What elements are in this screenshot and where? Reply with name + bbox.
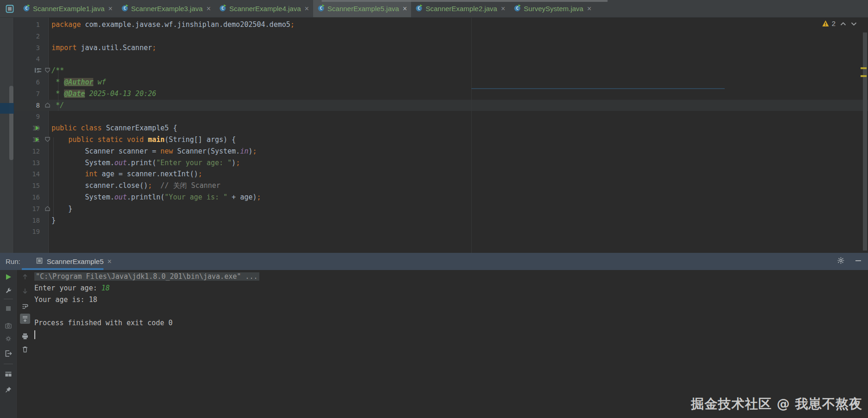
run-tab-label: ScannerExample5 (47, 257, 104, 265)
warning-count: 2 (832, 19, 836, 27)
line-number: 3 (14, 42, 40, 54)
prev-warning-button[interactable] (840, 19, 846, 27)
console-line: Your age is: 18 (34, 294, 868, 306)
code-line: * @Author wf (51, 77, 106, 88)
exit-button[interactable] (3, 348, 13, 359)
line-number: 9 (14, 111, 40, 122)
clear-all-button[interactable] (20, 344, 30, 354)
code-editor[interactable]: 1package com.example.javase.wf.jinshipla… (14, 18, 868, 253)
line-number: 4 (14, 53, 40, 65)
close-icon[interactable]: × (403, 5, 407, 13)
tab-label: ScannerExample4.java (229, 5, 301, 13)
editor-scrollbar[interactable] (862, 18, 868, 253)
line-number: 13 (14, 157, 40, 169)
code-line: int age = scanner.nextInt(); (51, 168, 202, 180)
editor-tab-bar: CScannerExample1.java×CScannerExample3.j… (0, 0, 868, 18)
next-warning-button[interactable] (851, 19, 857, 27)
fold-close-icon[interactable] (45, 206, 51, 212)
gutter-comment-icon[interactable] (34, 67, 42, 73)
run-console-icon (36, 257, 43, 266)
tab-label: ScannerExample2.java (425, 5, 497, 13)
editor-tab[interactable]: CScannerExample5.java× (313, 0, 411, 17)
run-toolwindow-header: Run: ScannerExample5 × (0, 253, 868, 270)
rerun-button[interactable] (3, 272, 13, 282)
tab-label: SurveySystem.java (524, 5, 583, 13)
fold-open-icon[interactable] (45, 67, 51, 73)
run-gutter-icon[interactable] (34, 125, 40, 131)
fold-close-icon[interactable] (45, 102, 51, 108)
scroll-to-end-button[interactable] (20, 314, 30, 324)
close-icon[interactable]: × (501, 5, 505, 13)
print-button[interactable] (20, 331, 30, 341)
code-line: public static void main(String[] args) { (51, 134, 236, 146)
settings-gear-icon[interactable] (837, 257, 845, 266)
tab-label: ScannerExample1.java (33, 5, 104, 13)
svg-text:C: C (25, 6, 27, 11)
run-tab[interactable]: ScannerExample5 × (33, 253, 115, 270)
code-line: } (51, 215, 56, 226)
code-line: System.out.print("Enter your age: "); (51, 157, 240, 169)
line-number: 19 (14, 226, 40, 238)
close-icon[interactable]: × (108, 5, 112, 13)
toolbar-divider (4, 364, 13, 364)
down-stacktrace-button[interactable] (20, 286, 30, 296)
line-number: 8 (14, 100, 40, 111)
tab-label: ScannerExample5.java (328, 5, 399, 13)
dump-camera-button[interactable] (3, 321, 13, 331)
close-icon[interactable]: × (587, 5, 591, 13)
fold-open-icon[interactable] (45, 136, 51, 142)
coverage-gear-button[interactable] (3, 334, 13, 344)
editor-tab[interactable]: CSurveySystem.java× (509, 0, 596, 17)
code-line: */ (51, 100, 64, 111)
line-number: 14 (14, 168, 40, 180)
soft-wrap-button[interactable] (20, 301, 30, 311)
line-number: 16 (14, 192, 40, 203)
up-stacktrace-button[interactable] (20, 272, 30, 282)
project-scrollbar-thumb[interactable] (9, 86, 13, 160)
restore-layout-button[interactable] (3, 368, 13, 379)
console-line: Process finished with exit code 0 (34, 317, 868, 329)
editor-tab[interactable]: CScannerExample4.java× (215, 0, 313, 17)
editor-tab[interactable]: CScannerExample3.java× (117, 0, 215, 17)
java-class-icon: C (317, 4, 325, 13)
line-number: 18 (14, 215, 40, 226)
run-header-actions (837, 257, 862, 266)
editor-tab[interactable]: CScannerExample2.java× (411, 0, 509, 17)
watermark: 掘金技术社区 @ 我崽不熬夜 (691, 395, 863, 413)
console-toolbar (17, 270, 31, 418)
line-number: 7 (14, 88, 40, 100)
code-line: scanner.close(); // 关闭 Scanner (51, 180, 220, 192)
close-icon[interactable]: × (304, 5, 309, 13)
project-selected-row (0, 103, 14, 114)
console-line: "C:\Program Files\Java\jdk1.8.0_201\bin\… (34, 271, 868, 283)
svg-text:C: C (418, 6, 420, 11)
svg-text:C: C (222, 6, 224, 11)
line-number: 15 (14, 180, 40, 192)
inspection-widget[interactable]: 2 (822, 19, 857, 27)
settings-wrench-button[interactable] (3, 286, 13, 296)
stop-button[interactable] (3, 303, 13, 314)
warning-stripe-mark[interactable] (861, 75, 867, 77)
svg-text:C: C (516, 6, 518, 11)
run-tab-underline (22, 268, 103, 270)
code-line: * @Date 2025-04-13 20:26 (51, 88, 156, 100)
editor-tab[interactable]: CScannerExample1.java× (19, 0, 117, 17)
run-gutter-icon[interactable] (34, 136, 40, 143)
warning-stripe-mark[interactable] (861, 67, 867, 69)
code-line: public class ScannerExample5 { (51, 122, 177, 134)
tabstrip-scrollbar-thumb[interactable] (321, 0, 608, 2)
close-icon[interactable]: × (206, 5, 211, 13)
close-icon[interactable]: × (107, 257, 111, 266)
ide-window: CScannerExample1.java×CScannerExample3.j… (0, 0, 868, 418)
warning-icon: 2 (822, 19, 836, 27)
console-line: Enter your age: 18 (34, 283, 868, 294)
minimize-icon[interactable] (855, 257, 862, 266)
run-toolbar (0, 270, 17, 418)
java-class-icon: C (23, 4, 30, 13)
code-line: /** (51, 65, 64, 77)
editor-window-icon[interactable] (6, 5, 14, 13)
svg-text:C: C (320, 6, 322, 11)
pin-button[interactable] (3, 385, 13, 395)
project-panel-sliver[interactable] (0, 18, 14, 253)
editor-scrollbar-thumb[interactable] (863, 32, 867, 251)
